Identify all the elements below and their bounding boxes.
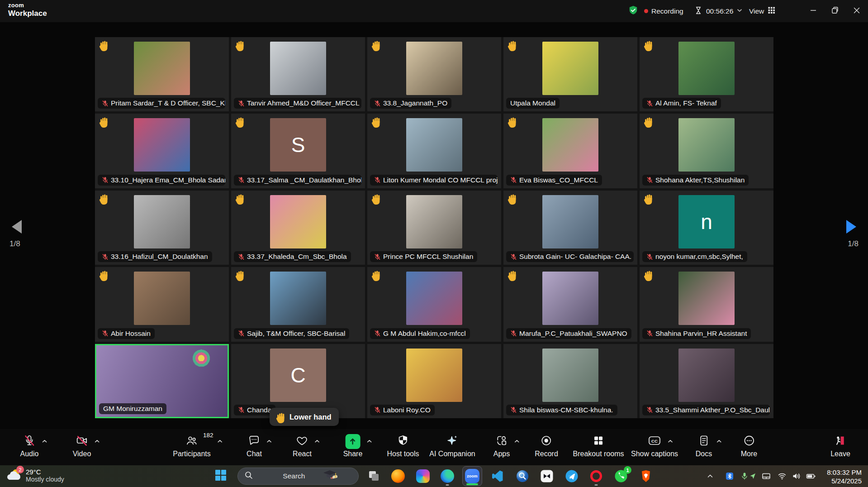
whatsapp-taskbar-icon[interactable]: 1 xyxy=(611,466,631,486)
mic-muted-icon xyxy=(646,330,653,337)
lower-hand-tooltip[interactable]: Lower hand xyxy=(270,408,339,426)
audio-button[interactable]: Audio xyxy=(20,434,39,458)
taskbar-search[interactable]: Search xyxy=(237,468,359,485)
raised-hand-icon xyxy=(371,193,383,205)
apps-button[interactable]: Apps xyxy=(493,434,510,458)
battery-icon[interactable] xyxy=(806,465,816,487)
react-label: React xyxy=(293,450,312,458)
participant-tile[interactable]: Prince PC MFCCL Shushilan xyxy=(367,191,501,265)
participant-name: Abir Hossain xyxy=(98,328,155,339)
chevron-up-icon[interactable] xyxy=(314,438,320,444)
participants-button[interactable]: 182Participants xyxy=(173,434,211,458)
participant-tile[interactable]: Eva Biswas_CO_MFCCL xyxy=(503,114,637,188)
magnifier-taskbar-icon[interactable] xyxy=(512,466,532,486)
view-button[interactable]: View xyxy=(749,0,776,22)
close-button[interactable] xyxy=(846,0,867,22)
participant-name: Subrota Gain- UC- Galachipa- CAA. S… xyxy=(506,251,634,262)
breakout-rooms-button[interactable]: Breakout rooms xyxy=(573,434,624,458)
participant-tile[interactable]: 33.37_Khaleda_Cm_Sbc_Bhola xyxy=(231,191,365,265)
participant-tile[interactable]: Tanvir Ahmed_M&D Officer_MFCCL xyxy=(231,37,365,111)
leave-button[interactable]: Leave xyxy=(830,434,850,458)
participant-tile[interactable]: 33.10_Hajera Ema_CM_Bhola Sadar xyxy=(95,114,229,188)
recording-indicator[interactable]: Recording xyxy=(644,0,683,22)
chevron-up-icon[interactable] xyxy=(716,438,722,444)
minimize-button[interactable] xyxy=(803,0,824,22)
participant-tile[interactable]: Shahina Parvin_HR Assistant xyxy=(640,267,773,341)
svg-text:CC: CC xyxy=(651,438,658,443)
record-button[interactable]: Record xyxy=(535,434,558,458)
participant-tile[interactable]: 33.5_Shammi Akther_P.O_Sbc_Daula… xyxy=(640,344,773,418)
chat-button[interactable]: Chat xyxy=(247,434,262,458)
raised-hand-icon xyxy=(235,193,247,205)
chevron-up-icon[interactable] xyxy=(514,438,520,444)
zoom-taskbar-icon[interactable]: zoom xyxy=(462,466,482,486)
telegram-icon xyxy=(565,469,579,483)
chevron-up-icon[interactable] xyxy=(41,438,47,444)
task-view-taskbar-icon[interactable] xyxy=(364,466,384,486)
mic-muted-icon xyxy=(646,253,653,260)
brave-taskbar-icon[interactable] xyxy=(636,466,656,486)
ai-companion-button[interactable]: AI Companion xyxy=(429,434,475,458)
video-button[interactable]: Video xyxy=(73,434,91,458)
participant-tile[interactable]: CChanda xyxy=(231,344,365,418)
participant-tile[interactable]: S33.17_Salma _CM_Daulatkhan_Bhola xyxy=(231,114,365,188)
avatar-photo xyxy=(678,118,735,172)
bluetooth-icon[interactable] xyxy=(724,465,735,487)
telegram-taskbar-icon[interactable] xyxy=(562,466,582,486)
share-button[interactable]: Share xyxy=(343,434,363,458)
vscode-taskbar-icon[interactable] xyxy=(488,466,508,486)
capcut-taskbar-icon[interactable] xyxy=(537,466,557,486)
firefox-taskbar-icon[interactable] xyxy=(388,466,408,486)
raised-hand-icon xyxy=(507,270,519,282)
participant-tile[interactable]: Shohana Akter,TS,Shushilan xyxy=(640,114,773,188)
participant-tile[interactable]: Sajib, T&M Officer, SBC-Barisal xyxy=(231,267,365,341)
chevron-up-icon[interactable] xyxy=(667,438,674,444)
react-button[interactable]: React xyxy=(293,434,312,458)
show-captions-button[interactable]: CCShow captions xyxy=(631,434,678,458)
participant-name: noyon kumar,cm,sbc,Sylhet, xyxy=(642,251,747,262)
participant-tile[interactable]: 33.8_Jagannath_PO xyxy=(367,37,501,111)
participant-tile[interactable]: G M Abdul Hakim,co-mfccl xyxy=(367,267,501,341)
participant-name: Utpala Mondal xyxy=(506,98,560,109)
host-tools-button[interactable]: Host tools xyxy=(387,434,419,458)
meeting-secure-shield-icon[interactable] xyxy=(628,0,639,22)
more-button[interactable]: More xyxy=(741,434,757,458)
participant-tile[interactable]: Pritam Sardar_T & D Officer, SBC_Kh… xyxy=(95,37,229,111)
participant-tile[interactable]: Utpala Mondal xyxy=(503,37,637,111)
chevron-up-icon[interactable] xyxy=(705,465,716,487)
participant-tile[interactable]: Abir Hossain xyxy=(95,267,229,341)
start-button[interactable] xyxy=(211,466,231,486)
participant-tile[interactable]: nnoyon kumar,cm,sbc,Sylhet, xyxy=(640,191,773,265)
raised-hand-icon xyxy=(643,193,655,205)
participant-tile[interactable]: Shila biswas-CM-SBC-khulna. xyxy=(503,344,637,418)
participant-tile[interactable]: Subrota Gain- UC- Galachipa- CAA. S… xyxy=(503,191,637,265)
location-icon[interactable] xyxy=(747,465,758,487)
chevron-up-icon[interactable] xyxy=(94,438,100,444)
raised-hand-icon xyxy=(507,40,519,52)
participant-tile[interactable]: Marufa_P.C_Patuakhali_SWAPNO xyxy=(503,267,637,341)
participant-tile[interactable]: Laboni Roy.CO xyxy=(367,344,501,418)
touchpad-icon[interactable] xyxy=(761,465,772,487)
docs-button[interactable]: Docs xyxy=(696,434,712,458)
meeting-timer[interactable]: 00:56:26 xyxy=(694,0,743,22)
participant-tile[interactable]: Al Amin, FS- Teknaf xyxy=(640,37,773,111)
volume-icon[interactable] xyxy=(791,465,802,487)
previous-page-arrow[interactable] xyxy=(12,220,22,234)
copilot-taskbar-icon[interactable] xyxy=(413,466,433,486)
participant-tile[interactable]: Liton Kumer Mondal CO MFCCL proj… xyxy=(367,114,501,188)
chevron-up-icon[interactable] xyxy=(266,438,272,444)
next-page-arrow[interactable] xyxy=(846,220,856,234)
taskbar-clock[interactable]: 8:03:32 PM 5/24/2025 xyxy=(827,468,862,486)
wifi-icon[interactable] xyxy=(777,465,787,487)
avatar-photo xyxy=(542,118,598,172)
edge-taskbar-icon[interactable] xyxy=(437,466,457,486)
restore-button[interactable] xyxy=(825,0,845,22)
record-icon xyxy=(540,434,552,449)
participant-tile[interactable]: GM Moniruzzaman xyxy=(95,344,229,418)
weather-temp: 29°C xyxy=(26,468,64,476)
weather-widget[interactable]: 2 29°C Mostly cloudy xyxy=(5,467,64,483)
chevron-up-icon[interactable] xyxy=(366,438,372,444)
chevron-up-icon[interactable] xyxy=(217,438,223,444)
opera-taskbar-icon[interactable] xyxy=(586,466,606,486)
participant-tile[interactable]: 33.16_Hafizul_CM_Doulatkhan xyxy=(95,191,229,265)
